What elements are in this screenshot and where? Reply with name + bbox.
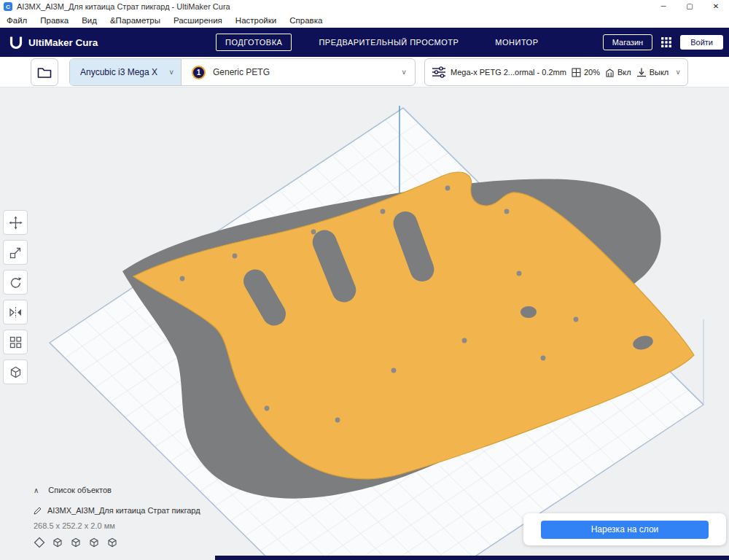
adhesion-icon [636,67,647,77]
per-model-settings-button[interactable] [3,330,28,354]
marketplace-button[interactable]: Магазин [603,34,652,50]
object-list-toggle[interactable]: ∧ Список объектов [34,486,200,494]
scale-icon [9,246,23,260]
menu-item-help[interactable]: Справка [283,16,329,25]
infill-setting: 20% [572,68,600,77]
tab-preview[interactable]: ПРЕДВАРИТЕЛЬНЫЙ ПРОСМОТР [309,34,468,51]
menu-item-settings[interactable]: Настройки [229,16,283,25]
menu-item-parameters[interactable]: &Параметры [104,16,167,25]
object-name: AI3MX_AI3M_Для китаица Страт пикгард [47,506,200,515]
sign-in-button[interactable]: Войти [680,35,723,50]
rotate-tool-button[interactable] [3,270,28,295]
object-dimensions: 268.5 x 252.2 x 2.0 мм [34,521,200,530]
cura-window: C AI3MX_AI3M_Для китаица Страт пикгард -… [0,0,729,560]
material-name: Generic PETG [213,67,270,77]
rotate-icon [9,276,23,289]
print-settings-selector[interactable]: Mega-x PETG 2...ormal - 0.2mm 20% Вкл [424,58,688,86]
move-icon [9,216,23,230]
mirror-icon [9,306,23,319]
brand-title: UltiMaker Cura [28,37,98,48]
menu-item-edit[interactable]: Правка [34,16,75,25]
taskbar-strip [215,556,729,560]
tool-column [3,210,28,389]
menubar: Файл Правка Вид &Параметры Расширения На… [0,13,729,28]
mirror-tool-button[interactable] [3,300,28,324]
close-button[interactable]: ✕ [703,0,729,13]
move-tool-button[interactable] [3,210,28,235]
diamond-icon[interactable] [34,537,45,548]
cura-app-icon: C [4,2,12,11]
viewport[interactable]: ∧ Список объектов AI3MX_AI3M_Для китаица… [0,88,729,560]
maximize-button[interactable]: ▢ [677,0,703,13]
chevron-down-icon: ˅ [402,69,406,77]
infill-icon [572,68,581,77]
menu-item-extensions[interactable]: Расширения [167,16,229,25]
adhesion-setting: Выкл [636,67,669,77]
machine-material-selector: Anycubic i3 Mega X ˅ 1 Generic PETG ˅ [69,58,416,86]
printer-name: Anycubic i3 Mega X [80,67,157,77]
main-header: UltiMaker Cura ПОДГОТОВКА ПРЕДВАРИТЕЛЬНЫ… [0,28,729,57]
material-selector[interactable]: 1 Generic PETG ˅ [182,59,415,85]
object-tools-row [34,537,200,548]
object-list-title: Список объектов [48,486,112,494]
support-value: Вкл [617,68,631,77]
sliders-icon [432,66,445,78]
header-actions: Магазин Войти [603,34,723,50]
minimize-button[interactable]: ─ [650,0,677,13]
adhesion-value: Выкл [650,68,669,77]
slice-panel: Нарезка на слои [523,513,726,545]
object-list-panel: ∧ Список объектов AI3MX_AI3M_Для китаица… [34,486,200,548]
tab-monitor[interactable]: МОНИТОР [486,34,547,51]
ultimaker-logo-icon [9,35,23,50]
printer-selector[interactable]: Anycubic i3 Mega X ˅ [70,59,182,85]
profile-label: Mega-x PETG 2...ormal - 0.2mm [451,68,566,77]
per-model-settings-icon [9,335,23,349]
cube-icon[interactable] [70,537,82,548]
open-file-button[interactable] [31,58,58,86]
cube-icon[interactable] [106,537,118,548]
support-blocker-icon [9,365,23,379]
menu-item-view[interactable]: Вид [75,16,104,25]
stage-tabs: ПОДГОТОВКА ПРЕДВАРИТЕЛЬНЫЙ ПРОСМОТР МОНИ… [216,34,548,51]
collapse-chevron-icon: ∧ [34,486,39,494]
object-row[interactable]: AI3MX_AI3M_Для китаица Страт пикгард [34,506,200,515]
apps-grid-icon[interactable] [661,37,671,47]
support-blocker-button[interactable] [3,359,28,384]
cube-icon[interactable] [52,537,63,548]
configuration-toolbar: Anycubic i3 Mega X ˅ 1 Generic PETG ˅ [0,57,729,88]
window-title: AI3MX_AI3M_Для китаица Страт пикгард - U… [17,2,230,11]
scale-tool-button[interactable] [3,240,28,265]
support-icon [605,68,615,77]
cube-icon[interactable] [88,537,100,548]
window-controls: ─ ▢ ✕ [650,0,729,13]
edit-icon [34,507,42,515]
brand: UltiMaker Cura [9,35,98,50]
infill-value: 20% [584,68,600,77]
window-titlebar: C AI3MX_AI3M_Для китаица Страт пикгард -… [0,0,729,13]
chevron-down-icon: ˅ [169,69,174,77]
chevron-down-icon: ˅ [676,69,680,77]
slice-button[interactable]: Нарезка на слои [541,521,709,539]
tab-prepare[interactable]: ПОДГОТОВКА [216,34,292,51]
extruder-badge: 1 [192,66,206,79]
menu-item-file[interactable]: Файл [0,16,34,25]
folder-icon [37,66,52,79]
support-setting: Вкл [605,68,631,77]
